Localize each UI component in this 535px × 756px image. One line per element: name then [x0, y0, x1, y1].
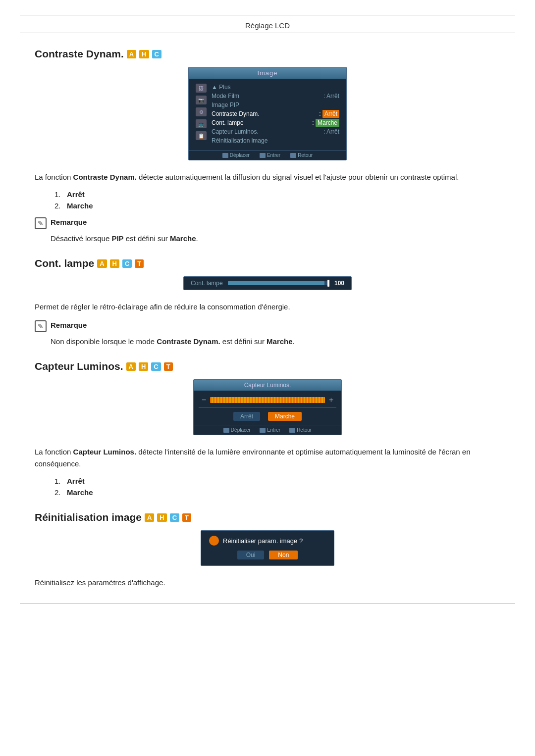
contraste-dynam-list: 1. Arrêt 2. Marche — [45, 190, 500, 210]
retour-icon — [290, 153, 296, 158]
remarque-label-contraste: Remarque — [51, 217, 87, 226]
reinit-btn-oui[interactable]: Oui — [237, 551, 265, 559]
section-capteur-luminos: Capteur Luminos. A H C T Capteur Luminos… — [35, 360, 500, 497]
osd-footer-deplacer: Déplacer — [222, 152, 250, 158]
remarque-icon-contraste: ✎ — [35, 217, 47, 229]
capteur-slider-row: − + — [194, 391, 341, 407]
reinit-image-title: Réinitialisation image — [35, 511, 142, 523]
badge-h-capteur: H — [139, 362, 148, 371]
badge-t-reinit: T — [182, 513, 191, 522]
osd-item-capteur: Capteur Luminos. : Arrêt — [212, 127, 339, 136]
reinit-image-description: Réinitialisez les paramètres d'affichage… — [35, 577, 500, 589]
osd-icon-5: 📋 — [196, 131, 207, 140]
capteur-luminos-title: Capteur Luminos. — [35, 360, 123, 372]
list-item-marche-1: 2. Marche — [54, 202, 500, 210]
page-container: Réglage LCD Contraste Dynam. A H C Image… — [0, 15, 535, 756]
remarque-text-cont: Non disponible lorsque le mode Contraste… — [51, 337, 500, 346]
osd-item-mode-film: Mode Film : Arrêt — [212, 92, 339, 101]
capteur-plus: + — [329, 396, 333, 404]
capteur-footer-retour: Retour — [289, 427, 312, 433]
badge-a-capteur: A — [126, 362, 136, 371]
capteur-footer: Déplacer Entrer Retour — [194, 425, 341, 435]
contraste-dynam-osd: Image 🖼 📷 ⚙ 📺 📋 — [35, 67, 500, 160]
capteur-footer-deplacer: Déplacer — [223, 427, 251, 433]
list-item-marche-2: 2. Marche — [54, 488, 500, 497]
capteur-title: Capteur Luminos. — [194, 380, 341, 391]
reinit-buttons: Oui Non — [209, 551, 326, 559]
osd-menu-contraste: Image 🖼 📷 ⚙ 📺 📋 — [188, 67, 347, 160]
remarque-contraste: ✎ Remarque — [35, 217, 500, 229]
reinit-image-osd: Réinitialiser param. image ? Oui Non — [35, 530, 500, 566]
capteur-deplacer-icon — [223, 428, 229, 433]
cont-lampe-label: Cont. lampe — [191, 280, 223, 287]
badge-c-contraste: C — [152, 50, 161, 58]
capteur-footer-entrer: Entrer — [260, 427, 280, 433]
section-reinit-image: Réinitialisation image A H C T Réinitial… — [35, 511, 500, 589]
cont-lampe-value: 100 — [334, 280, 344, 287]
remarque-cont-lampe: ✎ Remarque — [35, 320, 500, 332]
osd-item-reinit: Réinitialisation image — [212, 136, 339, 145]
badge-a-cont: A — [97, 259, 107, 268]
cont-lampe-track — [228, 281, 329, 285]
contraste-value-highlight: Arrêt — [322, 110, 339, 118]
capteur-retour-icon — [289, 428, 295, 433]
section-contraste-dynam: Contraste Dynam. A H C Image 🖼 📷 ⚙ — [35, 48, 500, 243]
capteur-minus: − — [202, 396, 206, 404]
main-content: Contraste Dynam. A H C Image 🖼 📷 ⚙ — [0, 48, 535, 589]
cont-lampe-bar: Cont. lampe 100 — [183, 276, 352, 290]
page-title-bar: Réglage LCD — [0, 15, 535, 33]
osd-item-image-pip: Image PIP — [212, 101, 339, 109]
cont-lampe-osd: Cont. lampe 100 — [35, 276, 500, 290]
badge-h-reinit: H — [157, 513, 166, 522]
list-item-arret-1: 1. Arrêt — [54, 190, 500, 199]
capteur-btn-marche[interactable]: Marche — [268, 412, 302, 421]
cont-lampe-heading: Cont. lampe A H C T — [35, 257, 500, 269]
capteur-luminos-osd: Capteur Luminos. − + Arrêt Marche — [35, 379, 500, 435]
osd-item-contraste-dynam: Contraste Dynam. : Arrêt — [212, 109, 339, 118]
remarque-icon-cont: ✎ — [35, 320, 47, 332]
entrer-icon — [260, 153, 266, 158]
osd-items: 🖼 📷 ⚙ 📺 📋 ▲ Plus — [189, 79, 346, 150]
reinit-btn-non[interactable]: Non — [269, 551, 298, 559]
badge-a-contraste: A — [127, 50, 136, 58]
reinit-menu: Réinitialiser param. image ? Oui Non — [201, 530, 334, 566]
badge-c-reinit: C — [170, 513, 179, 522]
badge-t-cont: T — [135, 259, 144, 268]
reinit-image-heading: Réinitialisation image A H C T — [35, 511, 500, 523]
title-rule — [20, 33, 515, 33]
badge-h-contraste: H — [139, 50, 149, 58]
remarque-text-contraste: Désactivé lorsque PIP est défini sur Mar… — [51, 234, 500, 243]
capteur-btn-arret[interactable]: Arrêt — [233, 412, 260, 421]
bottom-rule — [20, 604, 515, 604]
contraste-dynam-title: Contraste Dynam. — [35, 48, 124, 60]
badge-a-reinit: A — [145, 513, 154, 522]
osd-icon-1: 🖼 — [196, 84, 207, 93]
remarque-label-cont: Remarque — [51, 320, 87, 329]
capteur-luminos-description: La fonction Capteur Luminos. détecte l'i… — [35, 446, 500, 470]
badge-c-capteur: C — [151, 362, 160, 371]
capteur-buttons: Arrêt Marche — [194, 408, 341, 425]
page-title: Réglage LCD — [245, 21, 290, 30]
contraste-dynam-description: La fonction Contraste Dynam. détecte aut… — [35, 171, 500, 183]
osd-icon-row: 🖼 📷 ⚙ 📺 📋 ▲ Plus — [196, 83, 339, 145]
osd-icon-4: 📺 — [196, 119, 207, 128]
cont-lampe-fill — [228, 281, 324, 285]
osd-item-cont-lampe: Cont. lampe : Marche — [212, 118, 339, 127]
badge-t-capteur: T — [164, 362, 173, 371]
badge-c-cont: C — [122, 259, 132, 268]
capteur-entrer-icon — [260, 428, 266, 433]
reinit-question: Réinitialiser param. image ? — [223, 537, 303, 545]
osd-item-plus: ▲ Plus — [212, 83, 339, 92]
osd-title: Image — [189, 67, 346, 79]
capteur-menu: Capteur Luminos. − + Arrêt Marche — [193, 379, 342, 435]
osd-footer-retour: Retour — [290, 152, 313, 158]
osd-items-list: ▲ Plus Mode Film : Arrêt Image PIP — [212, 83, 339, 145]
contraste-dynam-heading: Contraste Dynam. A H C — [35, 48, 500, 60]
badge-h-cont: H — [110, 259, 119, 268]
osd-footer-entrer: Entrer — [260, 152, 280, 158]
list-item-arret-2: 1. Arrêt — [54, 477, 500, 485]
deplacer-icon — [222, 153, 228, 158]
section-cont-lampe: Cont. lampe A H C T Cont. lampe 100 Perm… — [35, 257, 500, 346]
reinit-icon — [209, 536, 219, 546]
capteur-slider — [210, 397, 324, 403]
